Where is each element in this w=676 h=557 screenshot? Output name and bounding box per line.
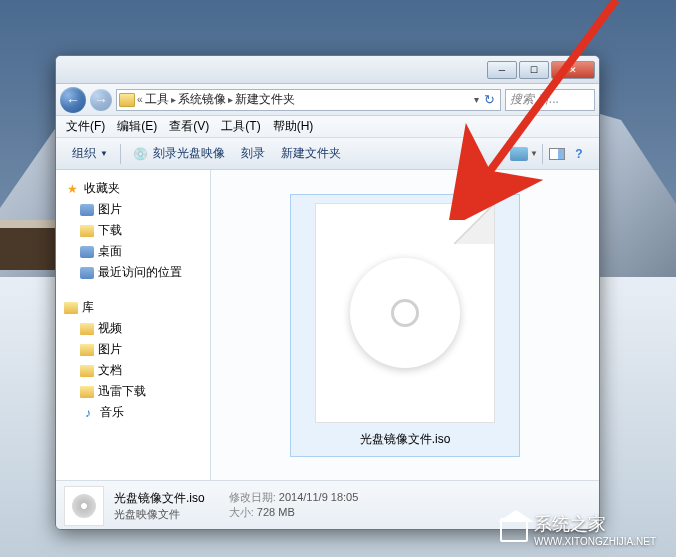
sidebar-item-music[interactable]: ♪音乐 [60,402,206,423]
organize-button[interactable]: 组织 ▼ [64,141,116,166]
breadcrumb-sep: « [137,94,143,105]
sidebar-item-desktop[interactable]: 桌面 [60,241,206,262]
desktop-icon [80,246,94,258]
back-button[interactable]: ← [60,87,86,113]
sidebar-item-downloads[interactable]: 下载 [60,220,206,241]
menu-view[interactable]: 查看(V) [163,116,215,137]
view-options-icon[interactable] [510,147,528,161]
sidebar-item-videos[interactable]: 视频 [60,318,206,339]
burn-image-button[interactable]: 💿 刻录光盘映像 [125,141,233,166]
picture-icon [80,344,94,356]
folder-icon [119,93,135,107]
watermark-url: WWW.XITONGZHIJIA.NET [534,536,656,547]
search-placeholder: 搜索 新... [510,91,559,108]
sidebar-item-documents[interactable]: 文档 [60,360,206,381]
menu-help[interactable]: 帮助(H) [267,116,320,137]
details-size-value: 728 MB [257,506,295,518]
house-icon [500,518,528,542]
sidebar-item-xunlei[interactable]: 迅雷下载 [60,381,206,402]
details-filetype: 光盘映像文件 [114,507,205,522]
titlebar: ─ ☐ ✕ [56,56,599,84]
sidebar-item-pictures-lib[interactable]: 图片 [60,339,206,360]
document-icon [80,365,94,377]
new-folder-button[interactable]: 新建文件夹 [273,141,349,166]
video-icon [80,323,94,335]
breadcrumb-item[interactable]: 工具 [145,91,169,108]
close-button[interactable]: ✕ [551,61,595,79]
watermark: 系统之家 WWW.XITONGZHIJIA.NET [500,512,656,547]
menu-file[interactable]: 文件(F) [60,116,111,137]
disc-icon: 💿 [133,146,149,162]
folder-icon [80,225,94,237]
breadcrumb-item[interactable]: 系统镜像 [178,91,226,108]
minimize-button[interactable]: ─ [487,61,517,79]
breadcrumb-item[interactable]: 新建文件夹 [235,91,295,108]
details-filename: 光盘镜像文件.iso [114,490,205,507]
libraries-header[interactable]: 库 [60,297,206,318]
nav-sidebar: ★ 收藏夹 图片 下载 桌面 最近访问的位置 库 视频 图片 文档 迅雷下载 ♪… [56,170,211,480]
file-thumbnail [315,203,495,423]
dropdown-icon[interactable]: ▾ [474,94,479,105]
forward-button[interactable]: → [90,89,112,111]
file-list-panel[interactable]: 光盘镜像文件.iso [211,170,599,480]
watermark-title: 系统之家 [534,514,606,534]
menu-bar: 文件(F) 编辑(E) 查看(V) 工具(T) 帮助(H) [56,116,599,138]
menu-tools[interactable]: 工具(T) [215,116,266,137]
details-size-label: 大小: [229,506,254,518]
address-bar[interactable]: « 工具 ▸ 系统镜像 ▸ 新建文件夹 ▾ ↻ [116,89,501,111]
library-icon [64,302,78,314]
preview-pane-icon[interactable] [549,148,565,160]
sidebar-item-pictures[interactable]: 图片 [60,199,206,220]
file-item-selected[interactable]: 光盘镜像文件.iso [290,194,520,457]
music-icon: ♪ [80,405,96,421]
help-icon[interactable]: ? [569,144,589,164]
sidebar-item-recent[interactable]: 最近访问的位置 [60,262,206,283]
favorites-header[interactable]: ★ 收藏夹 [60,178,206,199]
menu-edit[interactable]: 编辑(E) [111,116,163,137]
details-modified-value: 2014/11/9 18:05 [279,491,359,503]
file-name: 光盘镜像文件.iso [299,431,511,448]
search-input[interactable]: 搜索 新... [505,89,595,111]
details-file-icon [64,486,104,526]
refresh-button[interactable]: ↻ [481,92,498,107]
maximize-button[interactable]: ☐ [519,61,549,79]
details-modified-label: 修改日期: [229,491,276,503]
recent-icon [80,267,94,279]
star-icon: ★ [64,181,80,197]
disc-icon [350,258,460,368]
download-icon [80,386,94,398]
nav-bar: ← → « 工具 ▸ 系统镜像 ▸ 新建文件夹 ▾ ↻ 搜索 新... [56,84,599,116]
folder-icon [80,204,94,216]
toolbar: 组织 ▼ 💿 刻录光盘映像 刻录 新建文件夹 ▼ ? [56,138,599,170]
burn-button[interactable]: 刻录 [233,141,273,166]
explorer-window: ─ ☐ ✕ ← → « 工具 ▸ 系统镜像 ▸ 新建文件夹 ▾ ↻ 搜索 新..… [55,55,600,530]
